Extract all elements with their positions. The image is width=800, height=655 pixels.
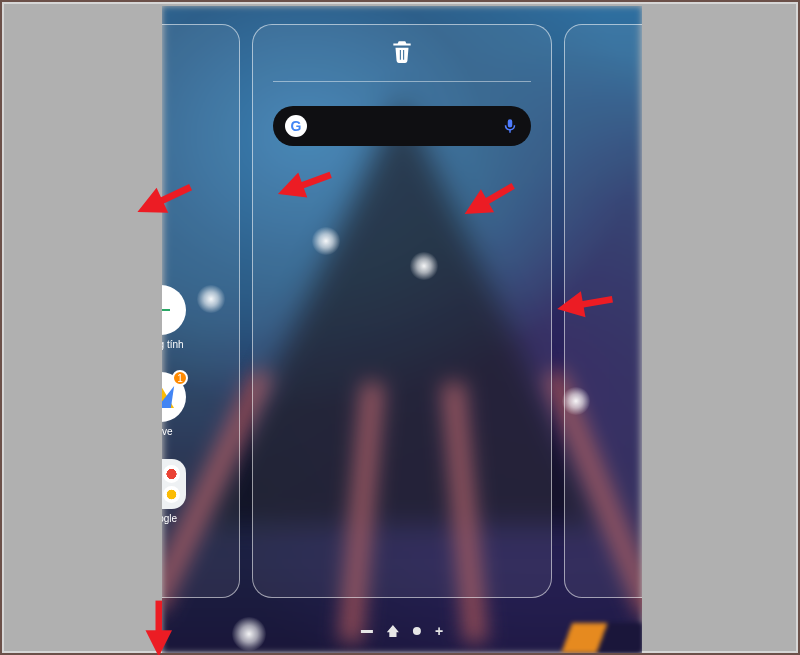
google-search-widget[interactable]: G (273, 106, 531, 146)
divider (273, 81, 531, 82)
tutorial-frame: Trang tính 1 Drive Google (0, 0, 800, 655)
mic-icon[interactable] (501, 117, 519, 135)
homescreen-page-left[interactable]: Trang tính 1 Drive Google (162, 24, 240, 598)
sheets-icon (162, 285, 186, 335)
app-sheets[interactable]: Trang tính (162, 285, 196, 350)
folder-icon (162, 459, 186, 509)
homescreen-page-right[interactable] (564, 24, 642, 598)
homescreen-page-center[interactable]: G (252, 24, 552, 598)
search-input[interactable] (315, 119, 493, 134)
drive-icon: 1 (162, 372, 186, 422)
app-google-folder[interactable]: Google (162, 459, 196, 524)
notification-badge: 1 (172, 370, 188, 386)
page-dot-icon[interactable] (413, 627, 421, 635)
app-label: Trang tính (162, 339, 184, 350)
google-g-icon: G (285, 115, 307, 137)
home-page-icon[interactable] (387, 625, 399, 637)
remove-page-icon[interactable] (361, 630, 373, 633)
app-label: Google (162, 513, 177, 524)
app-drive[interactable]: 1 Drive (162, 372, 196, 437)
phone-screenshot: Trang tính 1 Drive Google (162, 6, 642, 653)
wallpaper-accent (552, 623, 642, 653)
trash-icon[interactable] (389, 37, 415, 69)
app-label: Drive (162, 426, 173, 437)
add-page-icon[interactable]: + (435, 624, 443, 638)
page-indicator[interactable]: + (361, 624, 443, 638)
